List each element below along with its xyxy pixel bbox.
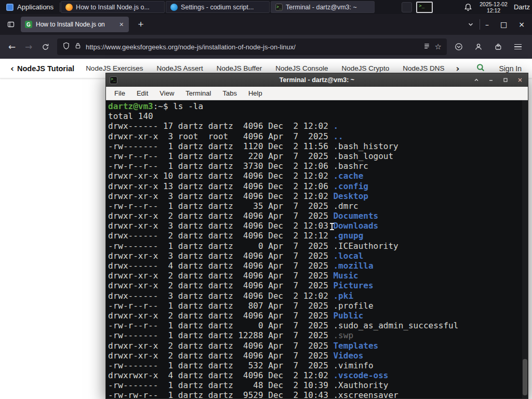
terminal-line: drwxr-xr-x 2 dartz dartz 4096 Apr 7 2025… (108, 281, 528, 290)
file-name: .sudo_as_admin_successful (333, 321, 458, 330)
shield-icon[interactable] (62, 42, 70, 52)
notification-bell-icon[interactable] (464, 3, 472, 11)
terminal-line: drwx------ 4 dartz dartz 4096 Apr 7 2025… (108, 261, 528, 271)
terminal-window: Terminal - dartz@vm3: ~ FileEditViewTerm… (105, 73, 528, 399)
terminal-close-button[interactable] (516, 76, 524, 84)
nav-link[interactable]: NodeJS Exercises (86, 64, 143, 72)
minimize-button[interactable]: – (485, 20, 489, 29)
directory-name: Desktop (333, 191, 368, 201)
back-button[interactable]: ← (4, 39, 20, 55)
terminal-line: total 140 (108, 111, 528, 121)
terminal-maximize-button[interactable] (501, 76, 510, 84)
terminal-scrollbar[interactable] (522, 100, 528, 398)
menu-hamburger-icon[interactable] (510, 39, 526, 55)
terminal-line: -rw-rw-r-- 1 dartz dartz 9529 Dec 2 10:4… (108, 390, 528, 398)
menu-terminal[interactable]: Terminal (180, 88, 216, 99)
site-favicon: G (25, 21, 32, 28)
terminal-line: -rw------- 1 dartz dartz 1120 Dec 2 11:5… (108, 141, 528, 151)
terminal-app-icon (110, 76, 117, 84)
nav-scroll-right-icon[interactable]: › (453, 63, 462, 74)
nav-link[interactable]: NodeJS Buffer (217, 64, 262, 72)
terminal-line: -rw------- 1 dartz dartz 532 Apr 7 2025 … (108, 361, 528, 370)
maximize-button[interactable]: □ (500, 20, 507, 29)
tabbar-separator (480, 19, 480, 30)
bookmark-star-icon[interactable]: ☆ (435, 42, 442, 51)
panel-clock[interactable]: 2025-12-02 12:12 (480, 1, 508, 14)
terminal-scrollbar-thumb[interactable] (523, 359, 527, 395)
terminal-line: -rw------- 1 dartz dartz 12288 Apr 7 202… (108, 330, 528, 340)
tab-close-icon[interactable]: × (118, 20, 125, 29)
toolbar-right-icons (451, 39, 528, 55)
nav-link[interactable]: NodeJS Assert (156, 64, 203, 72)
directory-name: Music (333, 271, 358, 281)
tray-terminal-icon[interactable] (416, 2, 433, 13)
nav-tutorial-title[interactable]: NodeJS Tutorial (17, 64, 74, 73)
terminal-line: drwxr-xr-x 10 dartz dartz 4096 Dec 2 12:… (108, 171, 528, 181)
file-name: .Xauthority (333, 380, 388, 390)
terminal-line: drwxr-xr-x 2 dartz dartz 4096 Apr 7 2025… (108, 341, 528, 351)
taskbar-window-button[interactable]: How to Install Node.js o... (61, 1, 165, 13)
prompt-user: dartz@vm3 (108, 101, 153, 111)
list-all-tabs-icon[interactable] (467, 21, 474, 28)
panel-user-label: Dartz (514, 3, 530, 11)
close-button[interactable]: × (518, 20, 525, 29)
terminal-prompt-line: dartz@vm3:~$ ls -la (108, 101, 528, 111)
taskbar-window-title: Terminal - dartz@vm3: ~ (286, 4, 357, 11)
lock-icon[interactable] (74, 42, 82, 51)
terminal-titlebar[interactable]: Terminal - dartz@vm3: ~ (106, 73, 528, 87)
terminal-window-controls (472, 76, 524, 84)
nav-link[interactable]: NodeJS Crypto (342, 64, 390, 72)
terminal-line: -rw-r--r-- 1 dartz dartz 807 Apr 7 2025 … (108, 301, 528, 311)
shade-button[interactable] (472, 76, 481, 84)
directory-name: .config (333, 181, 368, 191)
menu-edit[interactable]: Edit (131, 88, 153, 99)
taskbar-window-title: How to Install Node.js o... (76, 4, 150, 11)
reload-icon[interactable] (37, 39, 53, 55)
terminal-minimize-button[interactable] (487, 76, 495, 84)
reader-mode-icon[interactable] (423, 42, 431, 52)
extensions-icon[interactable] (490, 39, 506, 55)
firefox-view-icon[interactable] (4, 18, 18, 31)
terminal-line: -rw-r--r-- 1 dartz dartz 0 Apr 7 2025 .s… (108, 321, 528, 330)
tab-title: How to Install Node.js on (36, 21, 115, 28)
sign-in-button[interactable]: Sign In (499, 64, 522, 73)
terminal-line: drwxr-xr-x 3 dartz dartz 4096 Dec 2 12:0… (108, 191, 528, 201)
nav-link[interactable]: NodeJS Console (275, 64, 328, 72)
terminal-line: drwxr-xr-x 2 dartz dartz 4096 Apr 7 2025… (108, 211, 528, 221)
terminal-screen[interactable]: dartz@vm3:~$ ls -la total 140drwx------ … (106, 100, 528, 398)
taskbar-window-title: Settings - codium script... (181, 4, 254, 11)
nav-links: NodeJS ExercisesNodeJS AssertNodeJS Buff… (86, 64, 448, 72)
desktop: Applications How to Install Node.js o...… (0, 0, 532, 399)
pocket-icon[interactable] (451, 39, 467, 55)
menu-tabs[interactable]: Tabs (217, 88, 242, 99)
account-icon[interactable] (471, 39, 486, 55)
nav-scroll-left-icon[interactable]: ‹ (7, 63, 17, 74)
terminal-line: drwxrwxr-x 4 dartz dartz 4096 Dec 2 12:0… (108, 370, 528, 380)
applications-menu[interactable]: Applications (0, 0, 60, 14)
new-tab-button[interactable]: + (134, 19, 148, 30)
file-name: .swp (333, 330, 353, 340)
forward-button[interactable]: → (21, 39, 36, 55)
taskbar-window-button[interactable]: Terminal - dartz@vm3: ~ (271, 1, 375, 13)
terminal-line: -rw-r--r-- 1 dartz dartz 35 Apr 7 2025 .… (108, 201, 528, 211)
taskbar-window-button[interactable]: Settings - codium script... (166, 1, 270, 13)
file-name: .dmrc (333, 201, 358, 211)
directory-name: .mozilla (333, 261, 373, 271)
terminal-line: drwxr-xr-x 3 dartz dartz 4096 Apr 7 2025… (108, 251, 528, 261)
terminal-line: drwxr-xr-x 3 root root 4096 Apr 7 2025 .… (108, 131, 528, 141)
desktop-panel: Applications How to Install Node.js o...… (0, 0, 532, 14)
terminal-line: drwxr-xr-x 2 dartz dartz 4096 Apr 7 2025… (108, 351, 528, 361)
directory-name: Documents (333, 211, 378, 221)
file-name: .viminfo (333, 361, 373, 370)
url-bar[interactable]: https://www.geeksforgeeks.org/node-js/in… (57, 38, 447, 55)
browser-tab-active[interactable]: G How to Install Node.js on × (21, 17, 129, 32)
browser-toolbar: ← → https://www.geeksforgeeks.org/node-j… (0, 35, 532, 59)
menu-file[interactable]: File (109, 88, 130, 99)
nav-link[interactable]: NodeJS DNS (403, 64, 444, 72)
url-text[interactable]: https://www.geeksforgeeks.org/node-js/in… (86, 43, 419, 51)
menu-help[interactable]: Help (243, 88, 268, 99)
menu-view[interactable]: View (154, 88, 179, 99)
directory-name: .. (333, 131, 343, 141)
tray-icon[interactable] (402, 2, 412, 12)
terminal-line: drwx------ 17 dartz dartz 4096 Dec 2 12:… (108, 121, 528, 131)
